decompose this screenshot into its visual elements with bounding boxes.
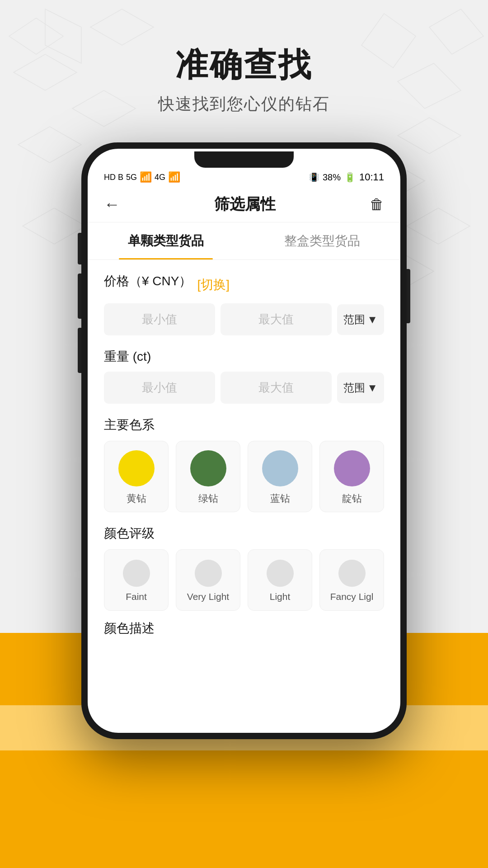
- battery-text: 38%: [323, 172, 341, 183]
- content-area: 价格（¥ CNY） [切换] 最小值 最大值 范围: [88, 260, 400, 650]
- yellow-diamond-label: 黄钻: [127, 492, 146, 505]
- chevron-down-icon: ▼: [367, 382, 378, 394]
- tab-box[interactable]: 整盒类型货品: [244, 222, 400, 259]
- blue-diamond-circle: [262, 450, 298, 486]
- trash-button[interactable]: 🗑: [370, 196, 384, 213]
- status-right: 📳 38% 🔋 10:11: [309, 171, 384, 183]
- price-section: 价格（¥ CNY） [切换] 最小值 最大值 范围: [104, 273, 384, 335]
- phone-volume-down-button: [78, 274, 81, 319]
- signal-bars2: 📶: [168, 171, 180, 183]
- grade-grid: Faint Very Light Light: [104, 549, 384, 611]
- sub-title: 快速找到您心仪的钻石: [158, 93, 330, 115]
- blue-diamond-label: 蓝钻: [270, 492, 290, 505]
- grade-card-fancylight[interactable]: Fancy Ligl: [319, 549, 384, 611]
- tab-single[interactable]: 单颗类型货品: [88, 222, 244, 259]
- vibrate-icon: 📳: [309, 172, 319, 182]
- page-container: 准确查找 快速找到您心仪的钻石 HD B 5G 📶 4G: [0, 0, 488, 868]
- grade-light-label: Light: [270, 591, 291, 602]
- phone-silent-button: [78, 328, 81, 373]
- purple-diamond-label: 靛钻: [342, 492, 362, 505]
- signal-5g: 5G: [126, 173, 137, 182]
- color-card-green[interactable]: 绿钻: [176, 441, 240, 512]
- phone-mockup: HD B 5G 📶 4G 📶 📳 38% 🔋 10:11: [81, 142, 407, 739]
- back-button[interactable]: ←: [104, 195, 120, 214]
- green-diamond-label: 绿钻: [198, 492, 218, 505]
- weight-range-dropdown[interactable]: 范围 ▼: [337, 373, 384, 403]
- signal-bars: 📶: [140, 171, 152, 183]
- color-card-yellow[interactable]: 黄钻: [104, 441, 169, 512]
- network-indicator: HD B: [104, 173, 123, 182]
- status-left: HD B 5G 📶 4G 📶: [104, 171, 180, 183]
- grade-section: 颜色评级 Faint Very Light: [104, 525, 384, 611]
- phone-volume-up-button: [78, 233, 81, 264]
- chevron-down-icon: ▼: [367, 313, 378, 326]
- tab-bar: 单颗类型货品 整盒类型货品: [88, 222, 400, 260]
- purple-diamond-circle: [334, 450, 370, 486]
- status-bar: HD B 5G 📶 4G 📶 📳 38% 🔋 10:11: [88, 168, 400, 185]
- phone-screen: HD B 5G 📶 4G 📶 📳 38% 🔋 10:11: [88, 149, 400, 733]
- weight-section: 重量 (ct) 最小值 最大值 范围 ▼: [104, 348, 384, 404]
- grade-verylight-label: Very Light: [187, 591, 229, 602]
- price-max-input[interactable]: 最大值: [221, 303, 332, 335]
- color-card-blue[interactable]: 蓝钻: [248, 441, 312, 512]
- time-display: 10:11: [359, 171, 384, 183]
- grade-fancylight-label: Fancy Ligl: [330, 591, 374, 602]
- main-title: 准确查找: [158, 45, 330, 84]
- fancylight-circle: [338, 560, 366, 587]
- grade-faint-label: Faint: [126, 591, 147, 602]
- app-header: ← 筛选属性 🗑: [88, 185, 400, 222]
- weight-label: 重量 (ct): [104, 349, 151, 363]
- price-range-dropdown[interactable]: 范围 ▼: [337, 304, 384, 335]
- desc-section: 颜色描述: [104, 620, 384, 637]
- grade-card-verylight[interactable]: Very Light: [176, 549, 240, 611]
- color-card-purple[interactable]: 靛钻: [319, 441, 384, 512]
- notch-area: [88, 149, 400, 168]
- verylight-circle: [195, 560, 222, 587]
- phone-frame: HD B 5G 📶 4G 📶 📳 38% 🔋 10:11: [81, 142, 407, 739]
- desc-section-label: 颜色描述: [104, 621, 155, 635]
- currency-switch-button[interactable]: [切换]: [197, 276, 230, 293]
- grade-card-light[interactable]: Light: [248, 549, 312, 611]
- grade-section-label: 颜色评级: [104, 526, 155, 540]
- battery-icon: 🔋: [344, 172, 356, 183]
- grade-card-faint[interactable]: Faint: [104, 549, 169, 611]
- phone-power-button: [407, 269, 410, 323]
- light-circle: [267, 560, 294, 587]
- weight-min-input[interactable]: 最小值: [104, 372, 215, 404]
- signal-4g: 4G: [155, 173, 165, 182]
- page-title: 筛选属性: [214, 194, 276, 215]
- header-section: 准确查找 快速找到您心仪的钻石: [158, 0, 330, 133]
- faint-circle: [123, 560, 150, 587]
- price-min-input[interactable]: 最小值: [104, 303, 215, 335]
- color-section: 主要色系 黄钻 绿钻: [104, 416, 384, 512]
- color-grid: 黄钻 绿钻 蓝钻 靛钻: [104, 441, 384, 512]
- yellow-diamond-circle: [118, 450, 155, 486]
- price-input-row: 最小值 最大值 范围 ▼: [104, 303, 384, 335]
- price-label: 价格（¥ CNY）: [104, 273, 192, 290]
- green-diamond-circle: [190, 450, 226, 486]
- color-section-label: 主要色系: [104, 418, 155, 432]
- notch: [194, 151, 294, 168]
- weight-input-row: 最小值 最大值 范围 ▼: [104, 372, 384, 404]
- weight-max-input[interactable]: 最大值: [221, 372, 332, 404]
